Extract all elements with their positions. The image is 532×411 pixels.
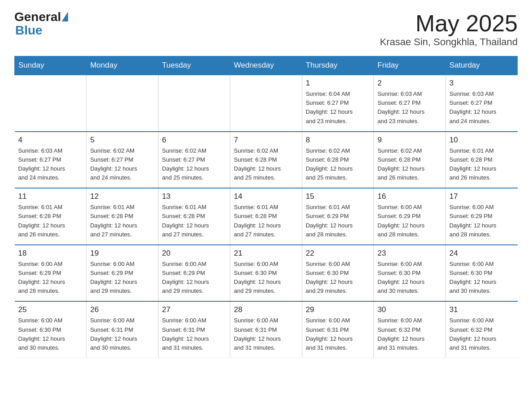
header-tuesday: Tuesday	[158, 56, 230, 75]
calendar-cell: 23Sunrise: 6:00 AMSunset: 6:30 PMDayligh…	[374, 245, 446, 302]
day-info: Sunrise: 6:00 AMSunset: 6:31 PMDaylight:…	[90, 316, 154, 352]
calendar-cell: 21Sunrise: 6:00 AMSunset: 6:30 PMDayligh…	[230, 245, 302, 302]
day-number: 19	[90, 249, 154, 258]
calendar-cell: 3Sunrise: 6:03 AMSunset: 6:27 PMDaylight…	[446, 75, 517, 132]
calendar-cell: 27Sunrise: 6:00 AMSunset: 6:31 PMDayligh…	[158, 301, 230, 358]
day-number: 5	[90, 136, 154, 145]
logo-blue-text: Blue	[15, 23, 43, 37]
day-number: 9	[378, 136, 442, 145]
calendar-cell: 4Sunrise: 6:03 AMSunset: 6:27 PMDaylight…	[15, 132, 86, 188]
logo-general-text: General	[14, 11, 61, 23]
day-number: 15	[306, 192, 370, 201]
day-number: 8	[306, 136, 370, 145]
day-info: Sunrise: 6:01 AMSunset: 6:28 PMDaylight:…	[162, 203, 226, 239]
day-number: 20	[162, 249, 226, 258]
header-wednesday: Wednesday	[230, 56, 302, 75]
day-number: 13	[162, 192, 226, 201]
day-info: Sunrise: 6:02 AMSunset: 6:27 PMDaylight:…	[162, 146, 226, 183]
header-saturday: Saturday	[446, 56, 517, 75]
day-info: Sunrise: 6:03 AMSunset: 6:27 PMDaylight:…	[450, 90, 514, 126]
calendar-cell: 11Sunrise: 6:01 AMSunset: 6:28 PMDayligh…	[15, 188, 86, 245]
day-number: 18	[18, 249, 83, 258]
calendar-cell: 1Sunrise: 6:04 AMSunset: 6:27 PMDaylight…	[302, 75, 373, 132]
calendar-cell	[86, 75, 158, 132]
calendar-subtitle: Krasae Sin, Songkhla, Thailand	[380, 36, 518, 48]
day-number: 23	[378, 249, 442, 258]
day-info: Sunrise: 6:00 AMSunset: 6:31 PMDaylight:…	[234, 316, 298, 352]
day-number: 16	[378, 192, 442, 201]
day-info: Sunrise: 6:04 AMSunset: 6:27 PMDaylight:…	[306, 90, 370, 126]
day-number: 24	[450, 249, 514, 258]
day-number: 26	[90, 305, 154, 314]
day-info: Sunrise: 6:03 AMSunset: 6:27 PMDaylight:…	[18, 146, 83, 183]
day-number: 4	[18, 136, 83, 145]
day-number: 28	[234, 305, 298, 314]
day-info: Sunrise: 6:00 AMSunset: 6:30 PMDaylight:…	[306, 260, 370, 296]
day-info: Sunrise: 6:00 AMSunset: 6:29 PMDaylight:…	[450, 203, 514, 239]
day-number: 27	[162, 305, 226, 314]
calendar-cell: 14Sunrise: 6:01 AMSunset: 6:28 PMDayligh…	[230, 188, 302, 245]
calendar-cell: 7Sunrise: 6:02 AMSunset: 6:28 PMDaylight…	[230, 132, 302, 188]
calendar-cell: 18Sunrise: 6:00 AMSunset: 6:29 PMDayligh…	[15, 245, 86, 302]
day-number: 6	[162, 136, 226, 145]
calendar-cell	[158, 75, 230, 132]
day-number: 2	[378, 79, 442, 88]
day-number: 25	[18, 305, 83, 314]
day-number: 17	[450, 192, 514, 201]
calendar-cell: 30Sunrise: 6:00 AMSunset: 6:32 PMDayligh…	[374, 301, 446, 358]
day-info: Sunrise: 6:01 AMSunset: 6:28 PMDaylight:…	[234, 203, 298, 239]
day-info: Sunrise: 6:01 AMSunset: 6:29 PMDaylight:…	[306, 203, 370, 239]
day-info: Sunrise: 6:00 AMSunset: 6:30 PMDaylight:…	[378, 260, 442, 296]
logo-triangle-icon	[62, 12, 68, 21]
day-info: Sunrise: 6:00 AMSunset: 6:30 PMDaylight:…	[450, 260, 514, 296]
calendar-cell: 8Sunrise: 6:02 AMSunset: 6:28 PMDaylight…	[302, 132, 373, 188]
day-number: 10	[450, 136, 514, 145]
calendar-cell: 26Sunrise: 6:00 AMSunset: 6:31 PMDayligh…	[86, 301, 158, 358]
calendar-cell: 20Sunrise: 6:00 AMSunset: 6:29 PMDayligh…	[158, 245, 230, 302]
calendar-cell	[230, 75, 302, 132]
day-info: Sunrise: 6:02 AMSunset: 6:28 PMDaylight:…	[234, 146, 298, 183]
title-block: May 2025 Krasae Sin, Songkhla, Thailand	[380, 11, 518, 48]
calendar-cell: 25Sunrise: 6:00 AMSunset: 6:30 PMDayligh…	[15, 301, 86, 358]
day-number: 7	[234, 136, 298, 145]
day-info: Sunrise: 6:02 AMSunset: 6:27 PMDaylight:…	[90, 146, 154, 183]
calendar-cell: 16Sunrise: 6:00 AMSunset: 6:29 PMDayligh…	[374, 188, 446, 245]
day-info: Sunrise: 6:03 AMSunset: 6:27 PMDaylight:…	[378, 90, 442, 126]
day-number: 22	[306, 249, 370, 258]
calendar-week-row: 25Sunrise: 6:00 AMSunset: 6:30 PMDayligh…	[15, 301, 518, 358]
calendar-week-row: 11Sunrise: 6:01 AMSunset: 6:28 PMDayligh…	[15, 188, 518, 245]
header-friday: Friday	[374, 56, 446, 75]
header-monday: Monday	[86, 56, 158, 75]
day-info: Sunrise: 6:01 AMSunset: 6:28 PMDaylight:…	[90, 203, 154, 239]
day-number: 12	[90, 192, 154, 201]
day-number: 1	[306, 79, 370, 88]
day-number: 21	[234, 249, 298, 258]
day-info: Sunrise: 6:00 AMSunset: 6:31 PMDaylight:…	[162, 316, 226, 352]
day-number: 29	[306, 305, 370, 314]
calendar-cell: 12Sunrise: 6:01 AMSunset: 6:28 PMDayligh…	[86, 188, 158, 245]
day-info: Sunrise: 6:01 AMSunset: 6:28 PMDaylight:…	[450, 146, 514, 183]
calendar-cell: 19Sunrise: 6:00 AMSunset: 6:29 PMDayligh…	[86, 245, 158, 302]
calendar-cell: 15Sunrise: 6:01 AMSunset: 6:29 PMDayligh…	[302, 188, 373, 245]
calendar-cell: 6Sunrise: 6:02 AMSunset: 6:27 PMDaylight…	[158, 132, 230, 188]
day-number: 3	[450, 79, 514, 88]
calendar-title: May 2025	[380, 11, 518, 36]
day-info: Sunrise: 6:00 AMSunset: 6:29 PMDaylight:…	[378, 203, 442, 239]
day-info: Sunrise: 6:00 AMSunset: 6:29 PMDaylight:…	[162, 260, 226, 296]
day-number: 30	[378, 305, 442, 314]
day-info: Sunrise: 6:02 AMSunset: 6:28 PMDaylight:…	[378, 146, 442, 183]
calendar-cell: 2Sunrise: 6:03 AMSunset: 6:27 PMDaylight…	[374, 75, 446, 132]
calendar-week-row: 1Sunrise: 6:04 AMSunset: 6:27 PMDaylight…	[15, 75, 518, 132]
calendar-table: SundayMondayTuesdayWednesdayThursdayFrid…	[14, 56, 518, 358]
day-info: Sunrise: 6:02 AMSunset: 6:28 PMDaylight:…	[306, 146, 370, 183]
day-info: Sunrise: 6:00 AMSunset: 6:29 PMDaylight:…	[90, 260, 154, 296]
day-info: Sunrise: 6:00 AMSunset: 6:32 PMDaylight:…	[378, 316, 442, 352]
calendar-cell: 9Sunrise: 6:02 AMSunset: 6:28 PMDaylight…	[374, 132, 446, 188]
day-info: Sunrise: 6:01 AMSunset: 6:28 PMDaylight:…	[18, 203, 83, 239]
calendar-cell: 22Sunrise: 6:00 AMSunset: 6:30 PMDayligh…	[302, 245, 373, 302]
day-info: Sunrise: 6:00 AMSunset: 6:30 PMDaylight:…	[234, 260, 298, 296]
calendar-cell: 24Sunrise: 6:00 AMSunset: 6:30 PMDayligh…	[446, 245, 517, 302]
calendar-cell: 31Sunrise: 6:00 AMSunset: 6:32 PMDayligh…	[446, 301, 517, 358]
logo: General Blue	[14, 11, 68, 38]
calendar-week-row: 18Sunrise: 6:00 AMSunset: 6:29 PMDayligh…	[15, 245, 518, 302]
